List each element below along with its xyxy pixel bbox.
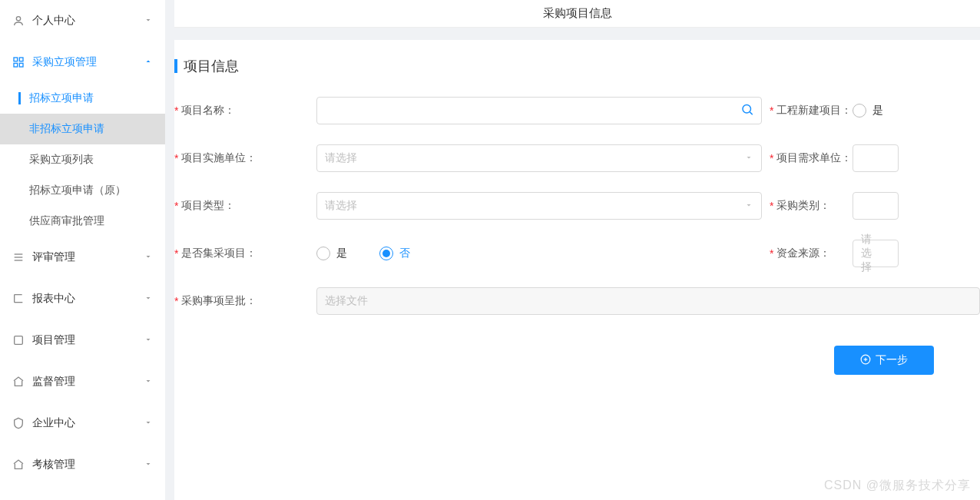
submenu-purchase: 招标立项申请 非招标立项申请 采购立项列表 招标立项申请（原） 供应商审批管理: [0, 83, 165, 237]
enterprise-icon: [12, 417, 25, 429]
svg-rect-8: [15, 336, 23, 345]
menu-label: 采购立项管理: [32, 55, 97, 69]
radio-new-construct-yes[interactable]: 是: [853, 104, 883, 118]
menu-purchase-mgmt[interactable]: 采购立项管理: [0, 41, 165, 83]
svg-rect-3: [14, 63, 18, 67]
submenu-purchase-list[interactable]: 采购立项列表: [0, 144, 165, 175]
chevron-down-icon: [144, 334, 153, 346]
project-icon: [12, 334, 25, 346]
content-card: 项目信息 *项目名称： *工程新建项目：: [174, 40, 980, 500]
monitor-icon: [12, 376, 25, 388]
plus-circle-icon: [860, 354, 871, 367]
menu-label: 监督管理: [32, 375, 75, 389]
menu-personal-center[interactable]: 个人中心: [0, 0, 165, 41]
submenu-label: 采购立项列表: [29, 153, 94, 167]
app-icon: [12, 56, 25, 68]
menu-enterprise-center[interactable]: 企业中心: [0, 402, 165, 444]
label-project-type: *项目类型：: [174, 199, 316, 213]
label-is-collective: *是否集采项目：: [174, 247, 316, 260]
label-purchase-cat: *采购类别：: [762, 199, 846, 213]
menu-review-mgmt[interactable]: 评审管理: [0, 237, 165, 278]
submenu-label: 非招标立项申请: [29, 122, 104, 136]
submenu-non-tender-apply[interactable]: 非招标立项申请: [0, 114, 165, 144]
user-icon: [12, 15, 25, 27]
submenu-label: 招标立项申请: [29, 91, 94, 105]
svg-rect-1: [14, 58, 18, 61]
menu-monitor-mgmt[interactable]: 监督管理: [0, 361, 165, 402]
menu-assess-mgmt[interactable]: 考核管理: [0, 444, 165, 485]
menu-project-mgmt[interactable]: 项目管理: [0, 320, 165, 361]
submenu-label: 招标立项申请（原）: [29, 184, 126, 197]
label-demand-unit: *项目需求单位：: [762, 151, 846, 165]
project-type-select[interactable]: 请选择: [316, 192, 762, 220]
submenu-label: 供应商审批管理: [29, 214, 104, 228]
chevron-down-icon: [144, 15, 153, 27]
radio-collective-yes[interactable]: 是: [316, 247, 347, 260]
label-new-construct: *工程新建项目：: [762, 104, 846, 118]
menu-label: 个人中心: [32, 14, 75, 28]
menu-label: 企业中心: [32, 416, 75, 430]
assess-icon: [12, 459, 25, 471]
demand-unit-input[interactable]: [853, 144, 899, 172]
radio-collective-no[interactable]: 否: [379, 247, 410, 260]
sidebar: 个人中心 采购立项管理 招标立项申请 非招标立项申请: [0, 0, 165, 500]
svg-rect-2: [19, 58, 23, 61]
chevron-up-icon: [144, 56, 153, 68]
label-project-name: *项目名称：: [174, 104, 316, 118]
project-name-input[interactable]: [316, 97, 762, 124]
next-button[interactable]: 下一步: [834, 346, 934, 375]
purchase-cat-input[interactable]: [853, 192, 899, 220]
menu-report-center[interactable]: 报表中心: [0, 278, 165, 320]
submenu-supplier-audit[interactable]: 供应商审批管理: [0, 206, 165, 237]
label-approval: *采购事项呈批：: [174, 294, 316, 308]
radio-collective: 是 否: [316, 247, 410, 260]
label-impl-unit: *项目实施单位：: [174, 151, 316, 165]
chevron-down-icon: [744, 200, 753, 212]
chevron-down-icon: [144, 459, 153, 471]
section-title: 项目信息: [174, 57, 980, 75]
menu-label: 考核管理: [32, 458, 75, 472]
fund-source-select[interactable]: 请选择: [853, 240, 899, 267]
report-icon: [12, 293, 25, 305]
menu-label: 报表中心: [32, 292, 75, 306]
page-title: 采购项目信息: [174, 0, 980, 28]
svg-rect-4: [19, 63, 23, 67]
chevron-down-icon: [744, 152, 753, 164]
radio-new-construct: 是: [853, 104, 883, 118]
label-fund-source: *资金来源：: [762, 247, 846, 260]
impl-unit-select[interactable]: 请选择: [316, 144, 762, 172]
review-icon: [12, 251, 25, 263]
menu-label: 评审管理: [32, 250, 75, 264]
submenu-tender-apply[interactable]: 招标立项申请: [0, 83, 165, 114]
submenu-tender-apply-old[interactable]: 招标立项申请（原）: [0, 175, 165, 206]
chevron-down-icon: [144, 376, 153, 388]
svg-point-0: [16, 17, 20, 21]
chevron-down-icon: [144, 417, 153, 429]
chevron-down-icon: [144, 251, 153, 263]
chevron-down-icon: [144, 293, 153, 305]
approval-file-picker[interactable]: 选择文件: [316, 287, 980, 315]
main-content: 采购项目信息 项目信息 *项目名称： *工程新建项目：: [165, 0, 980, 500]
menu-label: 项目管理: [32, 333, 75, 347]
